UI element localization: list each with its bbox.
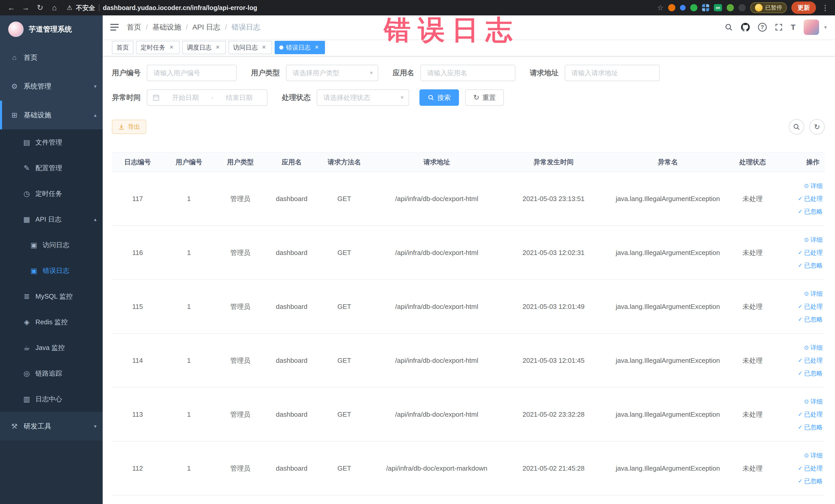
app-name-input[interactable] xyxy=(421,65,515,81)
close-icon[interactable]: × xyxy=(168,44,175,51)
extension-icon-on[interactable]: on xyxy=(714,4,722,11)
tab-scheduled-jobs[interactable]: 定时任务 × xyxy=(136,41,180,54)
sidebar-item-redis-monitor[interactable]: ◈ Redis 监控 xyxy=(0,309,103,335)
browser-back-button[interactable]: ← xyxy=(5,0,18,15)
sidebar-item-java-monitor[interactable]: ☕ Java 监控 xyxy=(0,335,103,361)
mark-ignored-link[interactable]: ✓ 已忽略 xyxy=(777,421,823,434)
mark-processed-link[interactable]: ✓ 已处理 xyxy=(777,192,823,205)
column-header-status: 处理状态 xyxy=(731,152,774,172)
browser-reload-button[interactable]: ↻ xyxy=(34,0,46,15)
tab-error-log[interactable]: 错误日志 × xyxy=(274,41,325,54)
sidebar-toggle-hamburger-icon[interactable] xyxy=(110,24,119,31)
close-icon[interactable]: × xyxy=(313,44,320,51)
table-toolbar: 导出 ↻ xyxy=(112,119,825,135)
extension-icon-blue[interactable] xyxy=(680,5,686,11)
browser-menu-kebab-icon[interactable]: ⋮ xyxy=(821,4,830,12)
user-type-select[interactable]: 请选择用户类型 ▾ xyxy=(286,65,378,81)
browser-forward-button[interactable]: → xyxy=(20,0,32,15)
detail-link[interactable]: ⊙ 详细 xyxy=(777,341,823,354)
sidebar-item-api-log[interactable]: ▦ API 日志 ▴ xyxy=(0,206,103,232)
reset-button[interactable]: ↻ 重置 xyxy=(465,89,504,106)
sidebar-item-infrastructure[interactable]: ⊞ 基础设施 ▴ xyxy=(0,101,103,129)
user-id-input[interactable] xyxy=(147,65,237,81)
search-button[interactable]: 搜索 xyxy=(420,89,459,106)
extension-icon-grid[interactable] xyxy=(702,4,709,11)
browser-chrome: ← → ↻ ⌂ ⚠ 不安全 dashboard.yudao.iocoder.cn… xyxy=(0,0,835,15)
user-menu-caret-icon[interactable]: ▾ xyxy=(824,24,827,30)
detail-link[interactable]: ⊙ 详细 xyxy=(777,234,823,246)
github-icon[interactable] xyxy=(741,23,750,32)
user-avatar[interactable] xyxy=(804,20,819,35)
column-header-actions: 操作 xyxy=(774,152,825,172)
export-button[interactable]: 导出 xyxy=(112,120,146,134)
sidebar-item-system-management[interactable]: ⚙ 系统管理 ▾ xyxy=(0,72,103,101)
tab-access-log[interactable]: 访问日志 × xyxy=(228,41,272,54)
eye-icon: ⊙ xyxy=(804,183,809,189)
sidebar-item-scheduled-jobs[interactable]: ◷ 定时任务 xyxy=(0,181,103,206)
start-date-placeholder: 开始日期 xyxy=(163,93,208,102)
detail-link[interactable]: ⊙ 详细 xyxy=(777,395,823,408)
access-log-icon: ▣ xyxy=(30,241,38,249)
bookmark-star-icon[interactable]: ☆ xyxy=(657,4,664,12)
sidebar-item-mysql-monitor[interactable]: ≣ MySQL 监控 xyxy=(0,283,103,309)
sidebar-item-trace[interactable]: ◎ 链路追踪 xyxy=(0,361,103,386)
extension-icon-green[interactable] xyxy=(690,4,697,11)
extension-icon-paw[interactable] xyxy=(738,4,746,11)
eye-icon: ⊙ xyxy=(804,452,809,459)
mark-processed-link[interactable]: ✓ 已处理 xyxy=(777,246,823,259)
exception-time-range-picker[interactable]: 开始日期 - 结束日期 xyxy=(147,89,267,106)
mark-ignored-link[interactable]: ✓ 已忽略 xyxy=(777,313,823,326)
process-status-select[interactable]: 请选择处理状态 ▾ xyxy=(317,89,409,106)
sidebar-item-access-log[interactable]: ▣ 访问日志 xyxy=(0,232,103,258)
close-icon[interactable]: × xyxy=(260,44,267,51)
sidebar-item-dev-tools[interactable]: ⚒ 研发工具 ▾ xyxy=(0,412,103,441)
detail-link[interactable]: ⊙ 详细 xyxy=(777,287,823,300)
request-url-label: 请求地址 xyxy=(530,68,558,78)
request-url-input[interactable] xyxy=(565,65,660,81)
mark-ignored-link[interactable]: ✓ 已忽略 xyxy=(777,475,823,488)
app-shell: 芋道管理系统 ⌂ 首页 ⚙ 系统管理 ▾ ⊞ 基础设施 ▴ xyxy=(0,15,835,504)
mark-processed-link[interactable]: ✓ 已处理 xyxy=(777,408,823,421)
extension-icon-leaf[interactable] xyxy=(727,4,734,11)
mark-ignored-link[interactable]: ✓ 已忽略 xyxy=(777,259,823,272)
sidebar-item-home[interactable]: ⌂ 首页 xyxy=(0,43,103,72)
filter-row-2: 异常时间 开始日期 - 结束日期 处理状态 请选择处理状态 ▾ xyxy=(112,89,825,106)
browser-home-button[interactable]: ⌂ xyxy=(48,0,61,15)
refresh-table-button[interactable]: ↻ xyxy=(809,119,825,135)
breadcrumb-home[interactable]: 首页 xyxy=(127,22,141,32)
mark-processed-link[interactable]: ✓ 已处理 xyxy=(777,462,823,475)
app-logo[interactable]: 芋道管理系统 xyxy=(0,15,103,43)
font-size-icon[interactable]: T xyxy=(791,23,795,32)
sidebar-item-log-center[interactable]: ▥ 日志中心 xyxy=(0,386,103,412)
detail-link[interactable]: ⊙ 详细 xyxy=(777,449,823,462)
mark-ignored-link[interactable]: ✓ 已忽略 xyxy=(777,205,823,218)
sidebar-item-config-management[interactable]: ✎ 配置管理 xyxy=(0,155,103,181)
browser-update-button[interactable]: 更新 xyxy=(791,2,816,14)
error-log-icon: ▣ xyxy=(30,266,38,275)
address-bar[interactable]: ⚠ 不安全 dashboard.yudao.iocoder.cn/infra/l… xyxy=(67,4,257,12)
paused-badge-label: 已暂停 xyxy=(765,4,782,12)
cell-request-url: /api/infra/db-doc/export-html xyxy=(371,172,502,226)
check-icon: ✓ xyxy=(798,316,803,323)
extension-icon-orange[interactable] xyxy=(668,4,675,11)
cell-exception-time: 2021-05-03 12:02:31 xyxy=(502,226,605,280)
sidebar-item-error-log[interactable]: ▣ 错误日志 xyxy=(0,258,103,283)
search-icon[interactable] xyxy=(725,23,733,31)
tab-home[interactable]: 首页 xyxy=(112,41,134,54)
breadcrumb-separator: / xyxy=(146,23,148,31)
cell-status: 未处理 xyxy=(731,334,774,387)
detail-link[interactable]: ⊙ 详细 xyxy=(777,180,823,192)
column-header-request-url: 请求地址 xyxy=(371,152,502,172)
help-icon[interactable]: ? xyxy=(758,23,767,32)
fullscreen-icon[interactable] xyxy=(775,23,782,31)
mark-ignored-link[interactable]: ✓ 已忽略 xyxy=(777,367,823,380)
close-icon[interactable]: × xyxy=(214,44,221,51)
sidebar-item-file-management[interactable]: ▤ 文件管理 xyxy=(0,129,103,155)
mark-processed-link[interactable]: ✓ 已处理 xyxy=(777,354,823,367)
extension-paused-badge[interactable]: 已暂停 xyxy=(750,2,787,13)
tab-dispatch-log[interactable]: 调度日志 × xyxy=(182,41,226,54)
cell-user-id: 1 xyxy=(163,172,215,226)
toggle-search-button[interactable] xyxy=(789,119,804,135)
database-icon: ≣ xyxy=(23,292,31,301)
mark-processed-link[interactable]: ✓ 已处理 xyxy=(777,300,823,313)
